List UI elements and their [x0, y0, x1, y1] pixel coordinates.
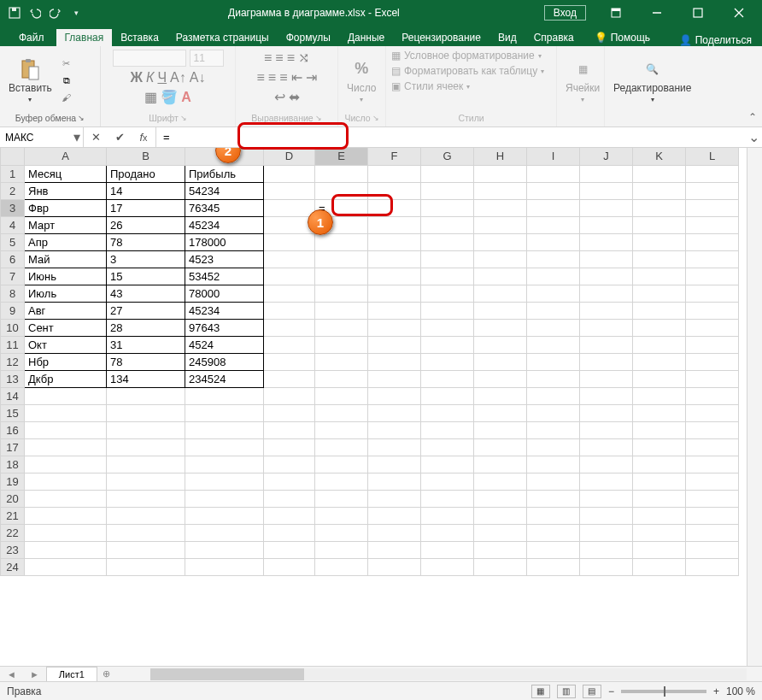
cell[interactable]	[633, 285, 686, 302]
row[interactable]: 7Июнь1553452	[1, 268, 739, 285]
cell[interactable]	[686, 199, 739, 216]
cell[interactable]	[185, 456, 264, 473]
cell[interactable]	[315, 353, 368, 370]
cell[interactable]	[421, 319, 474, 336]
expand-formula-bar-icon[interactable]: ⌄	[745, 127, 762, 147]
cell[interactable]	[264, 490, 315, 507]
row-header[interactable]: 5	[1, 233, 25, 250]
cell[interactable]	[264, 285, 315, 302]
cell[interactable]	[580, 541, 633, 558]
cell[interactable]	[686, 387, 739, 404]
tell-me[interactable]: 💡Помощь	[586, 29, 659, 46]
cell[interactable]	[580, 216, 633, 233]
orientation-icon[interactable]: ⤭	[298, 50, 309, 66]
cell[interactable]	[580, 233, 633, 250]
row-header[interactable]: 19	[1, 473, 25, 490]
row[interactable]: 24	[1, 558, 739, 575]
cell[interactable]	[527, 456, 580, 473]
row[interactable]: 1МесяцПроданоПрибыль	[1, 165, 739, 182]
cell[interactable]: 43	[107, 285, 185, 302]
cell[interactable]	[315, 421, 368, 438]
cell[interactable]	[421, 250, 474, 268]
cell[interactable]	[421, 353, 474, 370]
fx-icon[interactable]: fx	[132, 131, 155, 144]
tab-home[interactable]: Главная	[56, 29, 113, 46]
cell[interactable]	[686, 353, 739, 370]
row-header[interactable]: 17	[1, 438, 25, 456]
cell[interactable]	[633, 302, 686, 319]
cell[interactable]	[527, 524, 580, 541]
cell[interactable]	[185, 507, 264, 524]
cell[interactable]	[25, 490, 107, 507]
collapse-ribbon-icon[interactable]: ⌃	[748, 111, 757, 123]
row-header[interactable]: 12	[1, 353, 25, 370]
cell[interactable]	[315, 558, 368, 575]
zoom-in-icon[interactable]: +	[713, 685, 719, 697]
cell[interactable]: Авг	[25, 302, 107, 319]
cell[interactable]	[474, 268, 527, 285]
cell[interactable]	[633, 336, 686, 353]
cell[interactable]: 3	[107, 250, 185, 268]
cell[interactable]	[107, 387, 185, 404]
cell[interactable]	[368, 250, 421, 268]
cell[interactable]	[107, 438, 185, 456]
cell[interactable]	[474, 353, 527, 370]
cell[interactable]	[264, 353, 315, 370]
dialog-launcher-icon[interactable]: ↘	[180, 114, 187, 122]
cell[interactable]	[421, 490, 474, 507]
cell[interactable]	[580, 456, 633, 473]
cell[interactable]	[580, 199, 633, 216]
dialog-launcher-icon[interactable]: ↘	[78, 114, 85, 122]
paste-button[interactable]: Вставить ▾	[5, 56, 56, 105]
cell[interactable]	[368, 268, 421, 285]
col-header-K[interactable]: K	[633, 148, 686, 165]
cell[interactable]	[264, 387, 315, 404]
cell[interactable]	[368, 353, 421, 370]
cell[interactable]	[527, 370, 580, 387]
cell[interactable]	[421, 541, 474, 558]
cell[interactable]	[264, 268, 315, 285]
cell[interactable]	[527, 438, 580, 456]
row[interactable]: 19	[1, 473, 739, 490]
cell[interactable]	[527, 302, 580, 319]
cell[interactable]	[107, 473, 185, 490]
cell[interactable]: Апр	[25, 233, 107, 250]
number-format-button[interactable]: % Число ▾	[343, 56, 380, 105]
close-button[interactable]	[719, 0, 759, 26]
sheet-nav-next-icon[interactable]: ►	[23, 669, 46, 679]
cell[interactable]	[686, 421, 739, 438]
cell[interactable]	[580, 387, 633, 404]
cell[interactable]	[185, 438, 264, 456]
cell[interactable]	[474, 456, 527, 473]
cell[interactable]	[633, 473, 686, 490]
cell[interactable]: 78000	[185, 285, 264, 302]
cell[interactable]	[527, 473, 580, 490]
share-button[interactable]: 👤Поделиться	[679, 34, 752, 46]
cell[interactable]	[107, 456, 185, 473]
col-header-G[interactable]: G	[421, 148, 474, 165]
qat-dropdown-icon[interactable]: ▾	[68, 5, 84, 21]
align-bottom-icon[interactable]: ≡	[287, 50, 295, 66]
cell[interactable]: 76345	[185, 199, 264, 216]
row-header[interactable]: 8	[1, 285, 25, 302]
row-header[interactable]: 14	[1, 387, 25, 404]
row-header[interactable]: 6	[1, 250, 25, 268]
cell[interactable]	[633, 199, 686, 216]
cell[interactable]	[633, 507, 686, 524]
cell[interactable]	[368, 319, 421, 336]
col-header-B[interactable]: B	[107, 148, 185, 165]
row-header[interactable]: 21	[1, 507, 25, 524]
cell[interactable]	[264, 319, 315, 336]
row[interactable]: 21	[1, 507, 739, 524]
cell[interactable]: 245908	[185, 353, 264, 370]
cell[interactable]	[315, 182, 368, 199]
cell[interactable]	[107, 558, 185, 575]
cell[interactable]: Прибыль	[185, 165, 264, 182]
row[interactable]: 15	[1, 404, 739, 421]
cell[interactable]	[633, 165, 686, 182]
cell[interactable]	[315, 336, 368, 353]
cell[interactable]	[368, 182, 421, 199]
cell[interactable]	[474, 438, 527, 456]
col-header-L[interactable]: L	[686, 148, 739, 165]
cell[interactable]	[368, 233, 421, 250]
